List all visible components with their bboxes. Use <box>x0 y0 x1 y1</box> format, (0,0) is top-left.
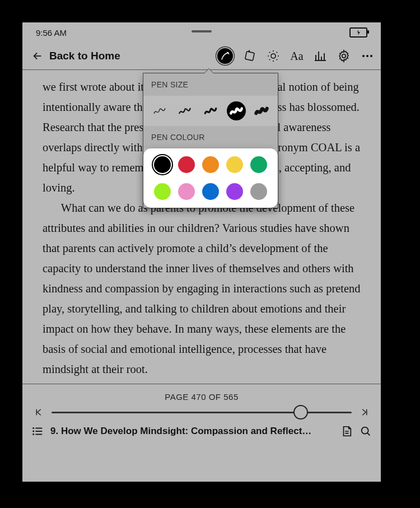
more-icon[interactable] <box>361 49 374 63</box>
pen-size-option-4[interactable] <box>227 101 246 120</box>
progress-slider-row <box>22 405 381 422</box>
svg-point-4 <box>366 55 368 57</box>
pen-color-swatch-9[interactable] <box>226 183 243 200</box>
paragraph-2: What can we do as parents to promote the… <box>43 198 361 379</box>
popover-arrow <box>204 68 214 73</box>
pen-colour-header: PEN COLOUR <box>143 126 278 148</box>
pen-color-swatch-4[interactable] <box>226 156 243 173</box>
status-bar: 9:56 AM <box>22 22 381 43</box>
svg-point-3 <box>362 55 365 57</box>
top-toolbar: Back to Home Aa <box>22 43 381 69</box>
svg-point-1 <box>271 54 276 58</box>
pen-size-option-5[interactable] <box>252 101 271 120</box>
back-arrow-icon[interactable] <box>31 50 44 62</box>
gear-icon[interactable] <box>337 49 351 63</box>
svg-rect-10 <box>35 431 42 432</box>
svg-point-12 <box>362 427 368 434</box>
pen-color-swatch-5[interactable] <box>250 156 267 173</box>
svg-rect-0 <box>245 52 255 61</box>
svg-point-5 <box>370 55 372 57</box>
page-indicator: PAGE 470 OF 565 <box>22 384 381 405</box>
grabber-handle[interactable] <box>192 30 212 32</box>
pen-popover: PEN SIZE PEN COLOUR <box>143 73 278 208</box>
stats-icon[interactable] <box>314 49 327 63</box>
font-icon[interactable]: Aa <box>290 49 304 63</box>
pen-size-option-2[interactable] <box>175 101 194 120</box>
prev-chapter-icon[interactable] <box>34 407 44 417</box>
pen-color-swatch-10[interactable] <box>250 183 267 200</box>
ereader-screen: 9:56 AM Back to Home Aa <box>22 22 381 482</box>
pen-size-header: PEN SIZE <box>143 73 278 96</box>
pen-color-swatch-8[interactable] <box>202 183 219 200</box>
svg-point-8 <box>32 434 34 435</box>
svg-point-6 <box>32 427 34 429</box>
pen-size-option-3[interactable] <box>201 101 220 120</box>
brightness-icon[interactable] <box>267 49 280 63</box>
back-to-home-button[interactable]: Back to Home <box>49 50 120 62</box>
clock: 9:56 AM <box>36 28 67 38</box>
pen-color-swatch-2[interactable] <box>178 156 195 173</box>
pen-color-swatch-6[interactable] <box>154 183 171 200</box>
pen-color-swatch-3[interactable] <box>202 156 219 173</box>
pen-color-swatch-7[interactable] <box>178 183 195 200</box>
search-icon[interactable] <box>360 425 372 437</box>
slider-thumb[interactable] <box>293 405 308 420</box>
pen-size-row <box>143 96 278 126</box>
chapter-title[interactable]: 9. How We Develop Mindsight: Compassion … <box>50 426 334 437</box>
rotate-icon[interactable] <box>243 49 256 63</box>
next-chapter-icon[interactable] <box>360 407 370 417</box>
toc-icon[interactable] <box>31 425 44 437</box>
chapter-row: 9. How We Develop Mindsight: Compassion … <box>22 422 381 443</box>
svg-point-7 <box>32 431 34 432</box>
svg-point-2 <box>342 54 346 58</box>
pen-color-swatch-1[interactable] <box>154 156 171 173</box>
progress-slider[interactable] <box>52 412 352 413</box>
pen-tool-button[interactable] <box>217 48 233 64</box>
svg-rect-9 <box>35 428 42 429</box>
notes-icon[interactable] <box>340 425 353 437</box>
pen-size-option-1[interactable] <box>150 101 169 120</box>
pen-colour-grid <box>143 148 278 208</box>
svg-rect-11 <box>35 434 42 435</box>
battery-icon <box>349 27 367 38</box>
